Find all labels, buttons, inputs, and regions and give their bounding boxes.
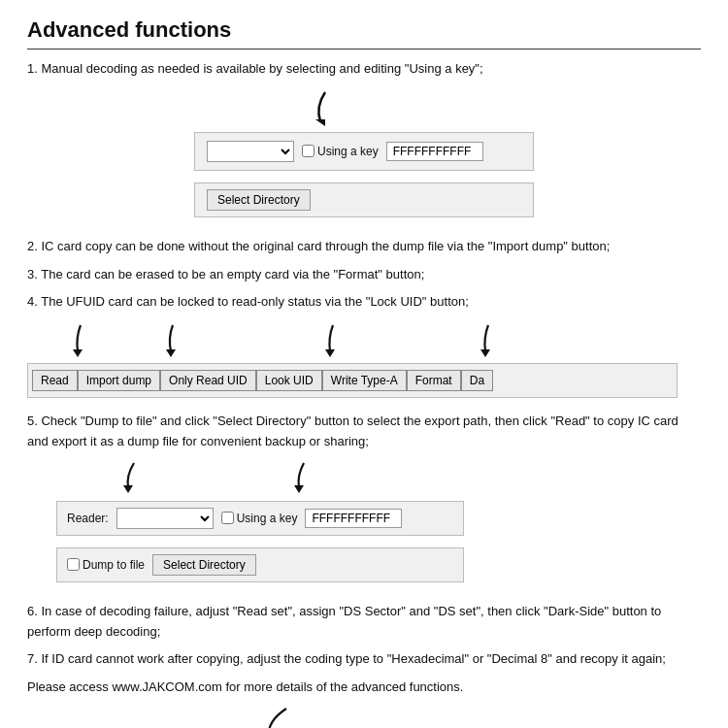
section6: 6. In case of decoding failure, adjust "… xyxy=(27,602,701,728)
section6-line3: Please access www.JAKCOM.com for more de… xyxy=(27,678,701,698)
using-key-label: Using a key xyxy=(302,145,379,158)
arrow-svg-3 xyxy=(56,460,464,495)
read-btn[interactable]: Read xyxy=(32,370,78,391)
arrow-svg-4 xyxy=(209,706,519,728)
svg-marker-1 xyxy=(73,349,83,357)
section6-line1: 6. In case of decoding failure, adjust "… xyxy=(27,602,701,643)
using-key-checkbox-2[interactable] xyxy=(221,512,234,524)
button-row-demo: Read Import dump Only Read UID Look UID … xyxy=(27,363,678,398)
select-directory-btn-1[interactable]: Select Directory xyxy=(207,189,311,211)
svg-marker-6 xyxy=(294,485,304,493)
arrow-svg-1 xyxy=(218,87,529,126)
section6-line2: 7. If ID card cannot work after copying,… xyxy=(27,649,701,670)
using-key-checkbox[interactable] xyxy=(302,145,314,157)
reader-label: Reader: xyxy=(67,512,109,525)
arrow-svg-2 xyxy=(27,320,678,363)
dump-to-file-label: Dump to file xyxy=(67,558,145,572)
svg-marker-4 xyxy=(480,349,490,357)
section5: 5. Check "Dump to file" and click "Selec… xyxy=(27,412,701,588)
format-btn-1[interactable]: Format xyxy=(407,370,461,391)
key-input-2[interactable] xyxy=(305,509,402,528)
only-read-uid-btn[interactable]: Only Read UID xyxy=(160,370,256,391)
svg-marker-3 xyxy=(325,349,335,357)
section5-text: 5. Check "Dump to file" and click "Selec… xyxy=(27,412,701,452)
svg-marker-0 xyxy=(315,119,325,126)
da-btn[interactable]: Da xyxy=(461,370,493,391)
section2-line2: 3. The card can be erased to be an empty… xyxy=(27,265,701,285)
svg-marker-5 xyxy=(123,485,133,493)
section1-text: 1. Manual decoding as needed is availabl… xyxy=(27,59,701,80)
svg-marker-2 xyxy=(166,349,176,357)
select-directory-btn-2[interactable]: Select Directory xyxy=(152,554,256,576)
page-title: Advanced functions xyxy=(27,17,701,43)
import-dump-btn[interactable]: Import dump xyxy=(78,370,160,391)
dump-to-file-checkbox[interactable] xyxy=(67,558,80,571)
reader-select[interactable] xyxy=(116,508,214,529)
section1: 1. Manual decoding as needed is availabl… xyxy=(27,59,701,223)
write-type-a-btn[interactable]: Write Type-A xyxy=(322,370,407,391)
section2-line1: 2. IC card copy can be done without the … xyxy=(27,237,701,257)
key-input[interactable] xyxy=(386,142,483,161)
ui-demo-3b: Dump to file Select Directory xyxy=(56,547,464,582)
ui-demo-1b: Select Directory xyxy=(194,182,534,217)
dropdown-select[interactable] xyxy=(207,141,294,162)
using-key-label-2: Using a key xyxy=(221,512,298,525)
ui-demo-3a: Reader: Using a key xyxy=(56,501,464,536)
ui-demo-1: Using a key xyxy=(194,132,534,171)
section2: 2. IC card copy can be done without the … xyxy=(27,237,701,398)
look-uid-btn[interactable]: Look UID xyxy=(256,370,322,391)
section2-line3: 4. The UFUID card can be locked to read-… xyxy=(27,292,701,313)
